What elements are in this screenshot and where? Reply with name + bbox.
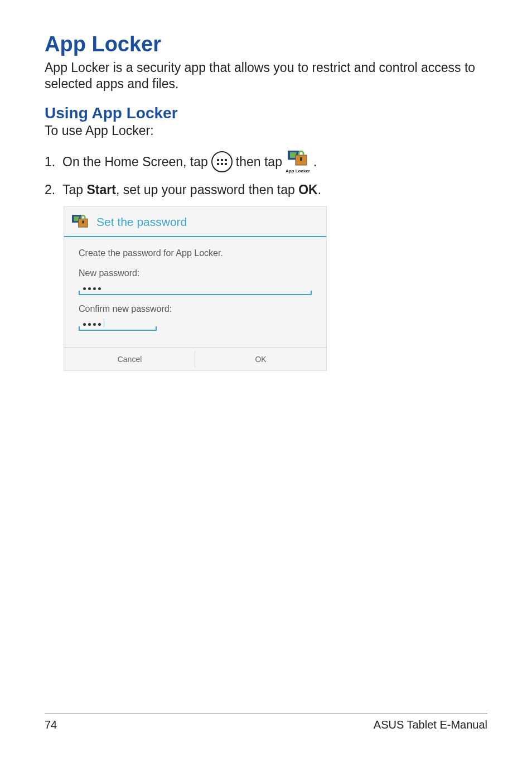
new-password-label: New password: bbox=[79, 268, 312, 278]
step-text: . bbox=[318, 182, 321, 197]
ok-button[interactable]: OK bbox=[195, 348, 326, 370]
section-intro: App Locker is a security app that allows… bbox=[45, 60, 487, 92]
svg-rect-7 bbox=[82, 220, 84, 223]
confirm-password-input[interactable] bbox=[79, 316, 157, 331]
step-bold: OK bbox=[298, 182, 318, 197]
step-text: then tap bbox=[236, 155, 282, 170]
step-bold: Start bbox=[86, 182, 115, 197]
section-heading: App Locker bbox=[45, 32, 487, 56]
confirm-password-label: Confirm new password: bbox=[79, 304, 312, 314]
subsection-heading: Using App Locker bbox=[45, 104, 487, 122]
svg-rect-3 bbox=[300, 157, 302, 161]
subsection-lead: To use App Locker: bbox=[45, 123, 487, 138]
manual-title: ASUS Tablet E-Manual bbox=[374, 719, 487, 731]
new-password-input[interactable] bbox=[79, 281, 312, 295]
step-number: 1. bbox=[45, 155, 62, 170]
app-locker-icon bbox=[72, 214, 89, 230]
step-1: 1. On the Home Screen, tap then tap App … bbox=[45, 151, 487, 173]
launcher-caption: App Locker bbox=[286, 168, 310, 173]
step-text: Tap bbox=[62, 182, 86, 197]
step-text: . bbox=[313, 155, 317, 170]
step-number: 2. bbox=[45, 182, 62, 197]
app-locker-launcher-icon: App Locker bbox=[286, 151, 310, 173]
page-number: 74 bbox=[45, 719, 57, 731]
apps-drawer-icon bbox=[211, 151, 233, 172]
dialog-title: Set the password bbox=[96, 215, 187, 229]
dialog-instruction: Create the password for App Locker. bbox=[79, 248, 312, 258]
page-footer: 74 ASUS Tablet E-Manual bbox=[45, 713, 487, 731]
step-text: , set up your password then tap bbox=[116, 182, 298, 197]
set-password-dialog: Set the password Create the password for… bbox=[64, 206, 327, 371]
cancel-button[interactable]: Cancel bbox=[64, 348, 195, 370]
step-text: On the Home Screen, tap bbox=[62, 155, 208, 170]
step-2: 2. Tap Start, set up your password then … bbox=[45, 182, 487, 197]
